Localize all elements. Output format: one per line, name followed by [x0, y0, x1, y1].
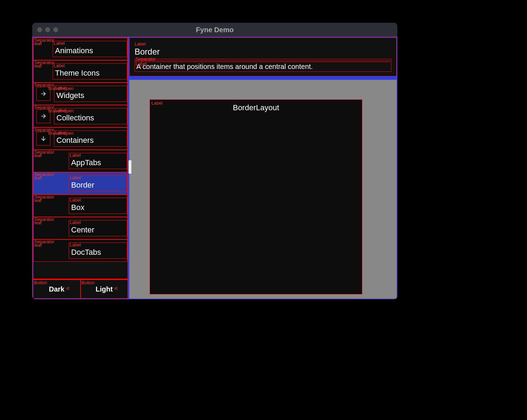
debug-tag: Label [136, 61, 147, 66]
label-box: Label Center [69, 220, 127, 236]
sidebar-item-label: Theme Icons [55, 69, 100, 79]
label-box: Label Border [69, 175, 127, 191]
border-layout-demo: Label BorderLayout [150, 99, 362, 294]
label-box: Label Theme Icons [53, 63, 127, 79]
sidebar-item-label: Widgets [56, 91, 84, 102]
light-theme-button[interactable]: Button Light [81, 280, 128, 299]
arrow-down-icon [40, 135, 47, 142]
window-title: Fyne Demo [32, 26, 397, 34]
content-title: Border [135, 47, 391, 57]
sidebar-item-label: Box [71, 203, 84, 214]
sidebar-item-apptabs[interactable]: Separator leaf Label AppTabs [33, 150, 128, 172]
arrow-right-icon [40, 113, 47, 120]
demo-area: Label BorderLayout [129, 80, 397, 299]
button-label: Dark [49, 285, 64, 293]
sidebar-item-animations[interactable]: Separator leaf Label Animations [33, 38, 128, 60]
debug-tag: Label [54, 63, 65, 68]
sidebar-item-label: Containers [56, 136, 94, 146]
debug-tag: Label [70, 175, 81, 180]
debug-tag: Separator [34, 172, 54, 177]
sidebar-item-theme-icons[interactable]: Separator leaf Label Theme Icons [33, 60, 128, 83]
right-gutter [362, 99, 376, 294]
sidebar-item-center[interactable]: Separator leaf Label Center [33, 217, 128, 239]
maximize-icon[interactable] [53, 27, 58, 32]
divider-bar [129, 76, 397, 80]
app-window: Fyne Demo Separator leaf Label Animation… [32, 23, 397, 299]
sidebar-item-label: Border [71, 181, 94, 191]
sidebar: Separator leaf Label Animations Separato… [33, 37, 129, 299]
window-controls [37, 27, 58, 32]
debug-tag: Separator [34, 194, 54, 200]
titlebar: Fyne Demo [32, 23, 397, 37]
debug-tag: Button [34, 280, 47, 285]
separator: Separator [135, 59, 391, 61]
sidebar-item-widgets[interactable]: Separator branch open Label Widgets [33, 83, 128, 105]
content-pane: Label Border Separator Label A container… [129, 37, 397, 299]
sidebar-item-label: DocTabs [71, 248, 101, 258]
sidebar-item-label: Collections [56, 113, 94, 124]
close-icon[interactable] [37, 27, 42, 32]
debug-tag: Label [70, 242, 81, 247]
label-box: Label Box [69, 198, 127, 214]
content-header: Label Border Separator Label A container… [129, 37, 397, 76]
split-handle[interactable] [129, 160, 131, 174]
debug-tag: branch open [48, 108, 74, 113]
minimize-icon[interactable] [45, 27, 50, 32]
debug-tag: branch open [48, 86, 74, 91]
sidebar-item-collections[interactable]: Separator branch open Label Collections [33, 105, 128, 127]
debug-tag: Label [70, 153, 81, 158]
debug-tag: Label [151, 100, 163, 106]
sidebar-item-doctabs[interactable]: Separator leaf Label DocTabs [33, 239, 128, 262]
dark-theme-button[interactable]: Button Dark [33, 280, 81, 299]
debug-tag: Label [70, 220, 81, 225]
debug-tag: Button [82, 280, 95, 285]
label-box: Label AppTabs [69, 153, 127, 169]
sidebar-item-label: Center [71, 225, 94, 236]
sidebar-item-label: Animations [55, 46, 93, 57]
debug-tag: Separator [34, 217, 54, 222]
debug-tag: branch open [48, 131, 74, 136]
debug-tag: Label [135, 41, 146, 47]
sidebar-item-border[interactable]: Separator leaf Label Border [33, 172, 128, 195]
debug-tag: Separator [136, 56, 156, 62]
arrow-right-icon [40, 90, 47, 97]
layout-title: BorderLayout [150, 103, 362, 112]
theme-switcher: Button Dark Button Light [33, 279, 128, 299]
debug-tag: Separator [34, 239, 54, 244]
desc-box: Label A container that positions items a… [135, 62, 391, 72]
tree: Separator leaf Label Animations Separato… [33, 37, 128, 279]
debug-tag: Label [54, 41, 65, 46]
debug-tag: Label [70, 197, 81, 203]
label-box: Label Animations [53, 41, 127, 57]
label-box: Label DocTabs [69, 243, 127, 259]
debug-tag: Separator [34, 37, 54, 43]
app-body: Separator leaf Label Animations Separato… [32, 37, 397, 299]
debug-tag: Separator [34, 149, 54, 155]
debug-tag: Separator [34, 60, 54, 65]
sidebar-item-box[interactable]: Separator leaf Label Box [33, 195, 128, 217]
sidebar-item-label: AppTabs [71, 158, 101, 169]
sidebar-item-containers[interactable]: Separator branch open Label Containers [33, 127, 128, 150]
content-description: A container that positions items around … [135, 62, 391, 71]
button-label: Light [96, 285, 113, 293]
